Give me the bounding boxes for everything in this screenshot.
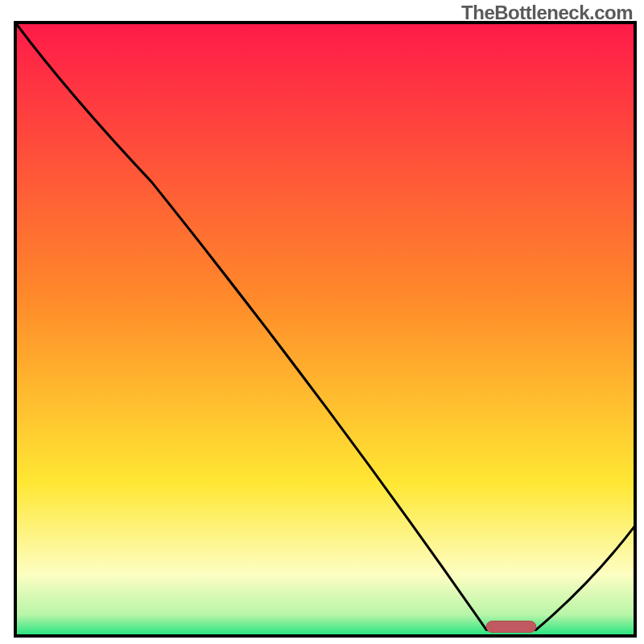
optimal-marker — [486, 621, 536, 633]
watermark-text: TheBottleneck.com — [461, 2, 633, 24]
chart-svg — [0, 0, 644, 644]
plot-background — [15, 23, 635, 636]
chart-viewport: TheBottleneck.com — [0, 0, 644, 644]
